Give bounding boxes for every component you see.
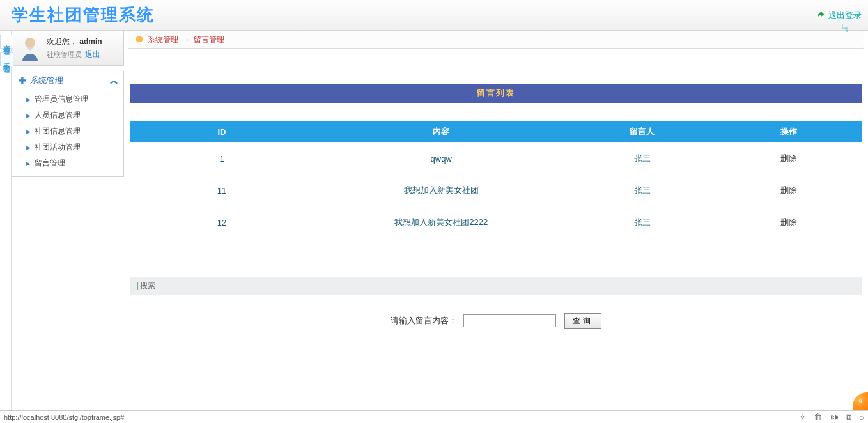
- welcome-prefix: 欢迎您，: [47, 37, 77, 46]
- th-action: 操作: [715, 121, 862, 142]
- nav-header[interactable]: ✚ 系统管理 ︽: [12, 71, 123, 90]
- table-row: 12 我想加入新美女社团2222 张三 删除: [130, 206, 862, 238]
- th-id: ID: [130, 121, 313, 142]
- breadcrumb-sep: →: [182, 35, 190, 44]
- data-table: ID 内容 留言人 操作 1 qwqw 张三 删除 11 我: [130, 121, 862, 238]
- search-label: 请输入留言内容：: [391, 316, 457, 325]
- nav-item-label: 管理员信息管理: [35, 94, 88, 105]
- side-tab-password[interactable]: 密码管理: [0, 35, 13, 49]
- status-bar: http://localhost:8080/stgl/topframe.jsp#…: [0, 410, 868, 423]
- cell-author: 张三: [569, 142, 715, 174]
- body-wrapper: 密码管理 系统管理 欢迎您， admin 社联管理员 退出: [0, 31, 868, 410]
- nav-item-label: 社团活动管理: [35, 142, 81, 153]
- nav-item-label: 社团信息管理: [35, 126, 81, 137]
- cell-content: 我想加入新美女社团2222: [313, 206, 569, 238]
- speech-bubble-icon: [135, 36, 144, 43]
- copy-icon[interactable]: ⧉: [846, 412, 851, 422]
- search-header-label: 搜索: [140, 281, 155, 290]
- chevron-right-icon: ▶: [26, 128, 31, 135]
- cell-author: 张三: [569, 206, 715, 238]
- cell-content: 我想加入新美女社团: [313, 174, 569, 206]
- sound-icon[interactable]: 🕪: [830, 412, 838, 422]
- breadcrumb-item-2[interactable]: 留言管理: [194, 35, 224, 45]
- cell-content: qwqw: [313, 142, 569, 174]
- cursor-icon: ☟: [842, 21, 849, 35]
- search-section: |搜索 请输入留言内容： 查询: [130, 277, 862, 347]
- share-arrow-icon: [816, 11, 826, 20]
- user-card: 欢迎您， admin 社联管理员 退出: [12, 31, 124, 66]
- search-icon[interactable]: ⌕: [859, 412, 864, 422]
- table-title: 留言列表: [130, 84, 862, 103]
- table-row: 1 qwqw 张三 删除: [130, 142, 862, 174]
- nav-items: ▶管理员信息管理 ▶人员信息管理 ▶社团信息管理 ▶社团活动管理 ▶留言管理: [12, 90, 123, 176]
- status-url: http://localhost:8080/stgl/topframe.jsp#: [4, 413, 124, 421]
- status-icons: ✧ 🗑 🕪 ⧉ ⌕: [799, 412, 864, 422]
- pin-icon[interactable]: ✧: [799, 412, 806, 422]
- nav-item-label: 留言管理: [35, 158, 65, 169]
- chevron-right-icon: ▶: [26, 96, 31, 103]
- table-header-row: ID 内容 留言人 操作: [130, 121, 862, 142]
- nav-item-activity[interactable]: ▶社团活动管理: [12, 139, 123, 155]
- side-tab-system[interactable]: 系统管理: [0, 52, 13, 66]
- app-title: 学生社团管理系统: [12, 4, 155, 26]
- chevron-right-icon: ▶: [26, 144, 31, 151]
- svg-point-0: [25, 38, 35, 48]
- cell-id: 1: [130, 142, 313, 174]
- nav-header-label: 系统管理: [30, 75, 63, 86]
- cell-id: 11: [130, 174, 313, 206]
- nav-item-person[interactable]: ▶人员信息管理: [12, 107, 123, 123]
- collapse-icon: ︽: [110, 75, 117, 86]
- header-bar: 学生社团管理系统 退出登录 ☟: [0, 0, 868, 31]
- breadcrumb-item-1[interactable]: 系统管理: [148, 35, 178, 45]
- username: admin: [79, 37, 102, 46]
- delete-link[interactable]: 删除: [715, 174, 862, 206]
- content-area: 留言列表 ID 内容 留言人 操作 1 qwqw 张三: [128, 84, 864, 347]
- search-header: |搜索: [130, 277, 862, 295]
- delete-link[interactable]: 删除: [715, 206, 862, 238]
- avatar-icon: [19, 36, 42, 61]
- chevron-right-icon: ▶: [26, 112, 31, 119]
- bar-icon: |: [137, 281, 139, 290]
- search-body: 请输入留言内容： 查询: [130, 295, 862, 347]
- user-logout-link[interactable]: 退出: [85, 50, 100, 59]
- nav-item-message[interactable]: ▶留言管理: [12, 155, 123, 171]
- cell-id: 12: [130, 206, 313, 238]
- logout-button[interactable]: 退出登录 ☟: [816, 10, 862, 21]
- left-column: 密码管理 系统管理 欢迎您， admin 社联管理员 退出: [0, 31, 124, 410]
- nav-panel: ✚ 系统管理 ︽ ▶管理员信息管理 ▶人员信息管理 ▶社团信息管理 ▶社团活动管…: [12, 71, 124, 177]
- nav-item-club[interactable]: ▶社团信息管理: [12, 123, 123, 139]
- user-role: 社联管理员: [47, 50, 82, 58]
- plus-icon: ✚: [19, 75, 26, 86]
- search-input[interactable]: [463, 314, 556, 327]
- user-info: 欢迎您， admin 社联管理员 退出: [47, 36, 102, 60]
- svg-point-1: [136, 36, 143, 42]
- nav-item-label: 人员信息管理: [35, 110, 81, 121]
- cell-author: 张三: [569, 174, 715, 206]
- nav-item-admin[interactable]: ▶管理员信息管理: [12, 91, 123, 107]
- chevron-right-icon: ▶: [26, 160, 31, 167]
- user-panel: 欢迎您， admin 社联管理员 退出 ✚ 系统管理 ︽: [12, 31, 124, 410]
- logout-label: 退出登录: [828, 10, 862, 21]
- breadcrumb: 系统管理 → 留言管理: [128, 31, 864, 49]
- th-author: 留言人: [569, 121, 715, 142]
- th-content: 内容: [313, 121, 569, 142]
- table-row: 11 我想加入新美女社团 张三 删除: [130, 174, 862, 206]
- trash-icon[interactable]: 🗑: [814, 412, 822, 422]
- side-tabs: 密码管理 系统管理: [0, 31, 12, 410]
- search-button[interactable]: 查询: [564, 313, 601, 329]
- delete-link[interactable]: 删除: [715, 142, 862, 174]
- main-column: 系统管理 → 留言管理 留言列表 ID 内容 留言人 操作: [124, 31, 868, 410]
